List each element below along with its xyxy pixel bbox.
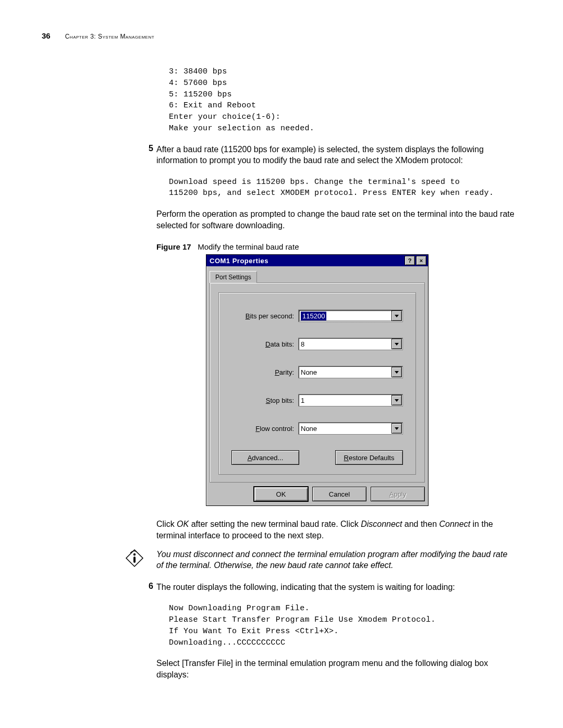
chevron-down-icon[interactable]	[391, 339, 402, 349]
tab-port-settings[interactable]: Port Settings	[210, 271, 257, 283]
chevron-down-icon[interactable]	[391, 395, 402, 405]
label-data-bits: Data bits:	[231, 340, 298, 348]
chevron-down-icon[interactable]	[391, 423, 402, 434]
code-block-baud-menu: 3: 38400 bps 4: 57600 bps 5: 115200 bps …	[169, 66, 516, 134]
chapter-label: Chapter 3: System Management	[65, 33, 154, 40]
cancel-button[interactable]: Cancel	[312, 487, 366, 501]
apply-button[interactable]: Apply	[371, 487, 425, 501]
label-parity: Parity:	[231, 368, 298, 376]
combo-parity[interactable]: None	[298, 366, 403, 378]
step-6-text: The router displays the following, indic…	[156, 582, 455, 600]
figure-caption: Figure 17 Modify the terminal baud rate	[156, 242, 516, 251]
dialog-title: COM1 Properties	[210, 257, 403, 265]
label-flow-control: Flow control:	[231, 425, 298, 433]
step-5-text: After a baud rate (115200 bps for exampl…	[156, 144, 516, 174]
step-number-6: 6	[141, 582, 153, 600]
dialog-titlebar[interactable]: COM1 Properties ? ×	[206, 255, 428, 266]
combo-flow-control[interactable]: None	[298, 422, 403, 435]
combo-stop-bits[interactable]: 1	[298, 394, 403, 406]
svg-point-1	[133, 553, 136, 555]
page-number: 36	[42, 31, 51, 40]
page-header: 36 Chapter 3: System Management	[42, 31, 516, 40]
advanced-button[interactable]: Advanced...	[231, 450, 299, 465]
code-block-downloading: Now Downloading Program File. Please Sta…	[169, 603, 516, 648]
code-block-download-speed: Download speed is 115200 bps. Change the…	[169, 177, 516, 200]
info-icon	[125, 549, 144, 567]
chevron-down-icon[interactable]	[391, 311, 402, 321]
restore-defaults-button[interactable]: Restore Defaults	[335, 450, 403, 465]
com1-properties-dialog: COM1 Properties ? × Port Settings Bits p…	[206, 254, 429, 506]
step-number-5: 5	[141, 144, 153, 174]
paragraph-click-ok: Click OK after setting the new terminal …	[156, 519, 516, 541]
combo-bits-per-second[interactable]: 115200	[298, 310, 403, 322]
combo-data-bits[interactable]: 8	[298, 338, 403, 350]
info-note: You must disconnect and connect the term…	[156, 549, 516, 578]
label-stop-bits: Stop bits:	[231, 397, 298, 404]
ok-button[interactable]: OK	[254, 487, 308, 501]
paragraph-select-transfer: Select [Transfer File] in the terminal e…	[156, 658, 516, 680]
svg-rect-2	[133, 557, 136, 563]
label-bits-per-second: Bits per second:	[231, 312, 298, 320]
chevron-down-icon[interactable]	[391, 367, 402, 377]
close-icon[interactable]: ×	[416, 256, 426, 265]
paragraph-perform: Perform the operation as prompted to cha…	[156, 208, 516, 231]
help-icon[interactable]: ?	[405, 256, 415, 265]
